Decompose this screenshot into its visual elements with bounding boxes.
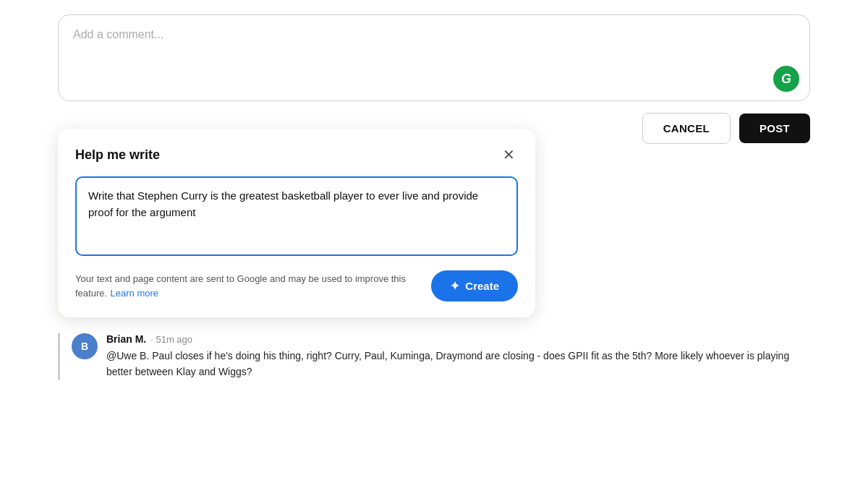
disclaimer-text: Your text and page content are sent to G… — [75, 272, 431, 300]
page-wrapper: Add a comment... G CANCEL POST Help me w… — [0, 0, 868, 488]
help-write-textarea[interactable] — [75, 176, 518, 256]
comment-text: @Uwe B. Paul closes if he's doing his th… — [106, 348, 810, 380]
grammarly-icon: G — [773, 66, 799, 92]
help-write-footer: Your text and page content are sent to G… — [75, 270, 518, 301]
comment-input-area[interactable]: Add a comment... G — [58, 14, 810, 101]
avatar: B — [72, 333, 98, 359]
help-me-write-panel: Help me write ✕ Your text and page conte… — [58, 129, 535, 317]
close-button[interactable]: ✕ — [500, 146, 518, 163]
comment-placeholder: Add a comment... — [73, 28, 163, 40]
help-write-header: Help me write ✕ — [75, 146, 518, 163]
comment-section: B Brian M. · 51m ago @Uwe B. Paul closes… — [58, 333, 810, 380]
post-button[interactable]: POST — [739, 114, 810, 143]
create-icon: ✦ — [450, 279, 459, 293]
learn-more-link[interactable]: Learn more — [111, 288, 158, 299]
commenter-name: Brian M. — [106, 333, 146, 345]
comment-time: · 51m ago — [150, 334, 192, 345]
create-button[interactable]: ✦ Create — [431, 270, 518, 301]
create-label: Create — [465, 280, 499, 292]
cancel-button[interactable]: CANCEL — [642, 113, 731, 144]
comment-body: Brian M. · 51m ago @Uwe B. Paul closes i… — [106, 333, 810, 380]
comment-meta: Brian M. · 51m ago — [106, 333, 810, 345]
help-write-title: Help me write — [75, 147, 160, 163]
